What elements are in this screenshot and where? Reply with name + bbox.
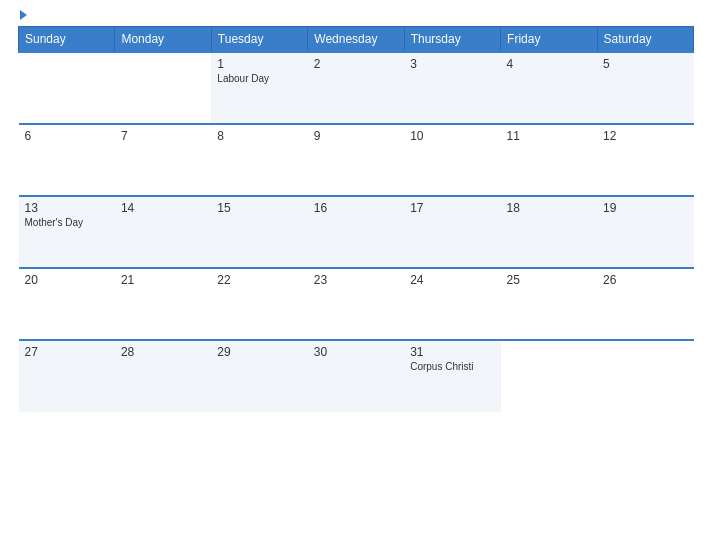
day-number: 3 (410, 57, 494, 71)
day-number: 5 (603, 57, 687, 71)
day-number: 18 (507, 201, 591, 215)
day-number: 26 (603, 273, 687, 287)
day-number: 29 (217, 345, 301, 359)
calendar-cell: 25 (501, 268, 597, 340)
calendar-cell: 8 (211, 124, 307, 196)
calendar-cell: 31Corpus Christi (404, 340, 500, 412)
calendar-cell: 9 (308, 124, 404, 196)
day-number: 13 (25, 201, 109, 215)
calendar-cell: 4 (501, 52, 597, 124)
calendar-cell: 23 (308, 268, 404, 340)
calendar-page: SundayMondayTuesdayWednesdayThursdayFrid… (0, 0, 712, 550)
day-number: 22 (217, 273, 301, 287)
calendar-cell (115, 52, 211, 124)
holiday-label: Mother's Day (25, 217, 109, 228)
calendar-cell: 12 (597, 124, 693, 196)
calendar-cell: 13Mother's Day (19, 196, 115, 268)
logo (18, 10, 27, 20)
calendar-week-row: 1Labour Day2345 (19, 52, 694, 124)
holiday-label: Corpus Christi (410, 361, 494, 372)
day-number: 6 (25, 129, 109, 143)
calendar-cell: 3 (404, 52, 500, 124)
weekday-header-row: SundayMondayTuesdayWednesdayThursdayFrid… (19, 27, 694, 53)
day-number: 15 (217, 201, 301, 215)
calendar-cell (597, 340, 693, 412)
calendar-cell: 2 (308, 52, 404, 124)
calendar-cell: 26 (597, 268, 693, 340)
day-number: 14 (121, 201, 205, 215)
calendar-cell: 10 (404, 124, 500, 196)
calendar-cell: 20 (19, 268, 115, 340)
logo-blue-text (18, 10, 27, 20)
calendar-cell: 11 (501, 124, 597, 196)
day-number: 4 (507, 57, 591, 71)
calendar-table: SundayMondayTuesdayWednesdayThursdayFrid… (18, 26, 694, 412)
day-number: 21 (121, 273, 205, 287)
day-number: 19 (603, 201, 687, 215)
calendar-week-row: 2728293031Corpus Christi (19, 340, 694, 412)
calendar-cell: 14 (115, 196, 211, 268)
day-number: 30 (314, 345, 398, 359)
weekday-header-cell: Thursday (404, 27, 500, 53)
calendar-week-row: 13Mother's Day141516171819 (19, 196, 694, 268)
weekday-header-cell: Friday (501, 27, 597, 53)
weekday-header-cell: Wednesday (308, 27, 404, 53)
day-number: 25 (507, 273, 591, 287)
day-number: 16 (314, 201, 398, 215)
calendar-cell: 30 (308, 340, 404, 412)
calendar-week-row: 6789101112 (19, 124, 694, 196)
day-number: 27 (25, 345, 109, 359)
day-number: 10 (410, 129, 494, 143)
calendar-cell: 1Labour Day (211, 52, 307, 124)
calendar-cell: 6 (19, 124, 115, 196)
day-number: 12 (603, 129, 687, 143)
day-number: 31 (410, 345, 494, 359)
day-number: 23 (314, 273, 398, 287)
calendar-cell: 16 (308, 196, 404, 268)
calendar-cell: 27 (19, 340, 115, 412)
calendar-week-row: 20212223242526 (19, 268, 694, 340)
calendar-cell: 17 (404, 196, 500, 268)
day-number: 2 (314, 57, 398, 71)
day-number: 8 (217, 129, 301, 143)
day-number: 20 (25, 273, 109, 287)
header (18, 10, 694, 20)
calendar-cell: 29 (211, 340, 307, 412)
holiday-label: Labour Day (217, 73, 301, 84)
day-number: 7 (121, 129, 205, 143)
calendar-cell: 22 (211, 268, 307, 340)
calendar-cell: 24 (404, 268, 500, 340)
day-number: 24 (410, 273, 494, 287)
calendar-cell (19, 52, 115, 124)
calendar-cell: 15 (211, 196, 307, 268)
day-number: 11 (507, 129, 591, 143)
calendar-cell (501, 340, 597, 412)
calendar-cell: 28 (115, 340, 211, 412)
weekday-header-cell: Saturday (597, 27, 693, 53)
day-number: 17 (410, 201, 494, 215)
weekday-header-cell: Monday (115, 27, 211, 53)
calendar-cell: 7 (115, 124, 211, 196)
calendar-cell: 21 (115, 268, 211, 340)
calendar-cell: 19 (597, 196, 693, 268)
weekday-header-cell: Sunday (19, 27, 115, 53)
logo-triangle-icon (20, 10, 27, 20)
day-number: 1 (217, 57, 301, 71)
calendar-cell: 5 (597, 52, 693, 124)
day-number: 28 (121, 345, 205, 359)
weekday-header-cell: Tuesday (211, 27, 307, 53)
day-number: 9 (314, 129, 398, 143)
calendar-cell: 18 (501, 196, 597, 268)
